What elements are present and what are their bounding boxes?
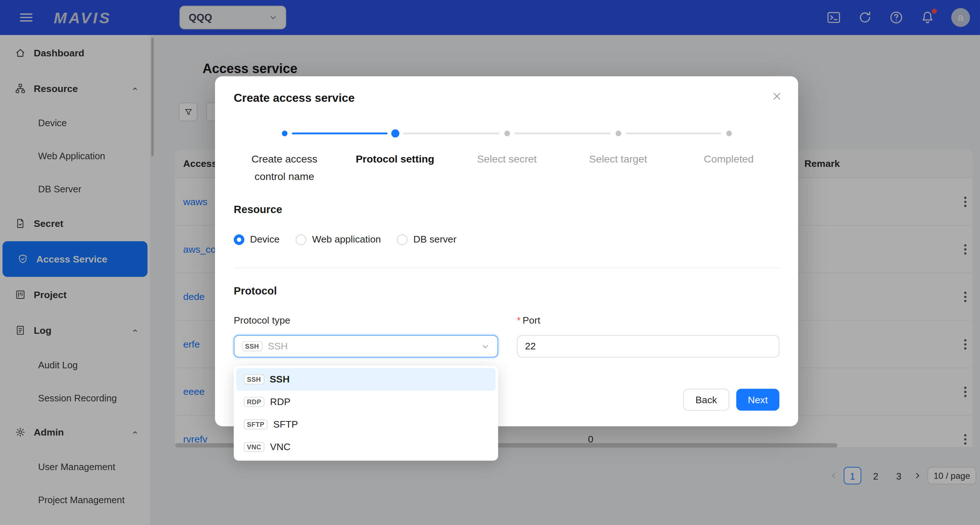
radio-selected-icon	[234, 234, 245, 245]
required-asterisk: *	[517, 315, 520, 325]
step-line	[403, 132, 500, 134]
protocol-type-select-value: SSH	[268, 341, 288, 352]
radio-db-server[interactable]: DB server	[397, 234, 457, 245]
radio-unselected-icon	[296, 234, 306, 245]
dropdown-option-ssh[interactable]: SSH SSH	[236, 368, 495, 391]
step-dot-wait	[726, 130, 732, 136]
step-label-select-target: Select target	[562, 150, 675, 168]
section-divider	[234, 268, 780, 268]
step-label-create-access-control-name: Create access control name	[242, 150, 327, 185]
app-window: MAVIS QQQ a Dashboard	[0, 0, 980, 525]
protocol-type-label: Protocol type	[234, 315, 290, 326]
next-button[interactable]: Next	[736, 389, 780, 411]
close-button[interactable]	[770, 90, 783, 103]
step-dot-wait	[615, 130, 620, 136]
radio-web-application[interactable]: Web application	[296, 234, 381, 245]
protocol-type-select[interactable]: SSH SSH	[234, 335, 498, 357]
port-label: *Port	[517, 315, 540, 326]
step-dot-wait	[504, 130, 510, 136]
protocol-section-heading: Protocol	[234, 285, 277, 297]
modal-title: Create access service	[234, 91, 355, 105]
step-label-protocol-setting: Protocol setting	[339, 150, 451, 168]
step-line	[514, 132, 611, 134]
step-label-select-secret: Select secret	[451, 150, 563, 168]
chevron-down-icon	[480, 341, 490, 351]
dropdown-option-rdp[interactable]: RDP RDP	[236, 390, 495, 413]
resource-section-heading: Resource	[234, 204, 282, 216]
resource-radio-group: Device Web application DB server	[234, 234, 457, 245]
protocol-tag: SSH	[242, 341, 262, 352]
back-button[interactable]: Back	[683, 389, 729, 411]
radio-unselected-icon	[397, 234, 408, 245]
close-icon	[772, 91, 782, 102]
step-label-completed: Completed	[673, 150, 785, 168]
protocol-type-dropdown: SSH SSH RDP RDP SFTP SFTP VNC VNC	[234, 366, 498, 461]
dropdown-option-sftp[interactable]: SFTP SFTP	[236, 413, 495, 436]
port-input[interactable]	[517, 335, 780, 357]
step-line-finished	[292, 132, 387, 134]
step-dot-current	[391, 129, 399, 137]
radio-device[interactable]: Device	[234, 234, 280, 245]
step-dot-finished	[282, 130, 287, 136]
dropdown-option-vnc[interactable]: VNC VNC	[236, 436, 495, 458]
step-line	[626, 132, 721, 134]
